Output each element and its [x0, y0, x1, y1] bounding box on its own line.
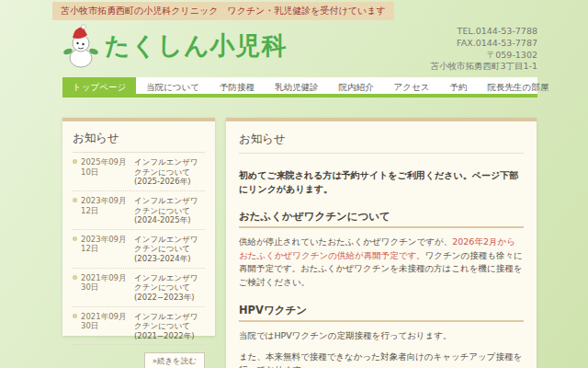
- section-heading-mumps-vaccine: おたふくかぜワクチンについて: [239, 210, 524, 228]
- tel-number: TEL.0144-53-7788: [430, 26, 537, 38]
- news-list-item: 2023年09月12日 インフルエンザワクチンについて(2023-2024年): [73, 230, 205, 269]
- read-more-button[interactable]: »続きを読む: [144, 352, 205, 368]
- list-bullet-icon: [73, 275, 77, 280]
- news-date: 2021年09月30日: [81, 273, 134, 293]
- news-year: (2025-2026年): [134, 177, 205, 187]
- nav-tab-infant-checkup[interactable]: 乳幼児健診: [265, 77, 329, 94]
- snowman-logo-icon: [62, 24, 99, 68]
- news-sidebar: お知らせ 2025年09月10日 インフルエンザワクチンについて(2025-20…: [62, 118, 215, 336]
- list-bullet-icon: [73, 159, 77, 164]
- news-date: 2023年09月12日: [81, 235, 134, 254]
- top-notice-bar: 苫小牧市拓勇西町の小児科クリニック ワクチン・乳児健診を受付けています: [52, 2, 394, 20]
- news-year: (2022−2023年): [134, 293, 205, 303]
- site-header: たくしん小児科 TEL.0144-53-7788 FAX.0144-53-778…: [62, 22, 537, 74]
- nav-tab-access[interactable]: アクセス: [384, 77, 440, 94]
- hpv-paragraph-1: 当院ではHPVワクチンの定期接種を行っております。: [239, 329, 524, 343]
- nav-tab-about[interactable]: 当院について: [136, 77, 209, 94]
- news-link[interactable]: インフルエンザワクチンについて: [134, 235, 198, 254]
- clinic-name: たくしん小児科: [105, 29, 288, 63]
- list-bullet-icon: [73, 314, 77, 318]
- news-year: (2024-2025年): [134, 215, 205, 225]
- news-link[interactable]: インフルエンザワクチンについて: [134, 312, 198, 331]
- fax-number: FAX.0144-53-7787: [430, 38, 537, 50]
- news-link[interactable]: インフルエンザワクチンについて: [134, 273, 198, 293]
- news-link[interactable]: インフルエンザワクチンについて: [134, 196, 198, 215]
- sidebar-title: お知らせ: [73, 131, 205, 153]
- section-heading-hpv-vaccine: HPVワクチン: [239, 304, 524, 322]
- news-list-item: 2023年09月12日 インフルエンザワクチンについて(2024-2025年): [73, 191, 205, 230]
- news-date: 2023年09月12日: [81, 196, 134, 215]
- page-container: 苫小牧市拓勇西町の小児科クリニック ワクチン・乳児健診を受付けています たくしん…: [52, 0, 537, 368]
- news-list-item: 2021年09月30日 インフルエンザワクチンについて(2021−2022年): [73, 307, 205, 346]
- news-link[interactable]: インフルエンザワクチンについて: [134, 157, 198, 177]
- nav-tab-clinic-tour[interactable]: 院内紹介: [329, 77, 384, 94]
- list-bullet-icon: [73, 198, 77, 202]
- main-content: お知らせ 初めてご来院される方は予約サイトをご利用ください。ページ下部にリンクが…: [226, 118, 537, 368]
- postal-code: 〒059-1302: [430, 50, 537, 62]
- news-date: 2021年09月30日: [81, 312, 134, 331]
- logo[interactable]: たくしん小児科: [62, 24, 288, 68]
- address: 苫小牧市拓勇西町3丁目1-1: [430, 61, 537, 73]
- nav-tab-vaccination[interactable]: 予防接種: [209, 77, 265, 94]
- text-segment: 供給が停止されていたおたふくかぜワクチンですが、: [239, 236, 452, 247]
- news-date: 2025年09月10日: [81, 157, 134, 177]
- main-title: お知らせ: [239, 132, 524, 154]
- list-bullet-icon: [73, 236, 77, 241]
- main-nav: トップページ 当院について 予防接種 乳幼児健診 院内紹介 アクセス 予約 院長…: [62, 77, 537, 98]
- intro-text: 初めてご来院される方は予約サイトをご利用ください。ページ下部にリンクがあります。: [239, 168, 524, 196]
- nav-tab-directors-room[interactable]: 院長先生の部屋: [477, 77, 559, 94]
- mumps-paragraph: 供給が停止されていたおたふくかぜワクチンですが、2026年2月からおたふくかぜワ…: [239, 236, 524, 290]
- news-year: (2021−2022年): [134, 331, 205, 341]
- news-list-item: 2025年09月10日 インフルエンザワクチンについて(2025-2026年): [73, 153, 205, 191]
- nav-tab-reservation[interactable]: 予約: [439, 77, 477, 94]
- nav-tab-top-page[interactable]: トップページ: [62, 77, 136, 94]
- news-list-item: 2021年09月30日 インフルエンザワクチンについて(2022−2023年): [73, 269, 205, 307]
- hpv-paragraph-2: また、本来無料で接種できなかった対象者向けのキャッチアップ接種を行っております。: [239, 351, 524, 368]
- contact-info: TEL.0144-53-7788 FAX.0144-53-7787 〒059-1…: [430, 26, 537, 73]
- news-year: (2023-2024年): [134, 254, 205, 264]
